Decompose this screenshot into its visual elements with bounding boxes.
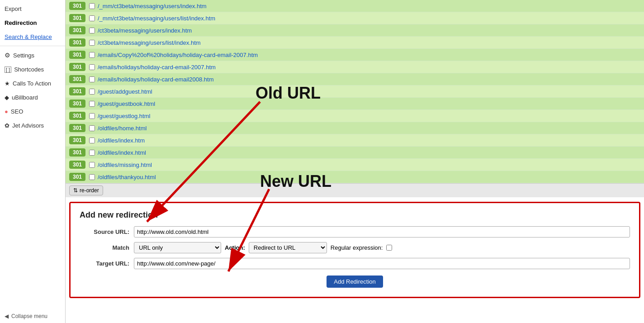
add-button-row: Add Redirection (80, 274, 630, 288)
sidebar-item-shortcodes[interactable]: [ ] Shortcodes (0, 62, 65, 76)
redirect-checkbox[interactable] (89, 113, 95, 119)
redirect-url-link[interactable]: /guest/addguest.html (98, 88, 152, 95)
sidebar-item-label: Jet Advisors (12, 122, 44, 129)
redirect-checkbox[interactable] (89, 101, 95, 107)
sidebar-item-calls-to-action[interactable]: ★ Calls To Action (0, 76, 65, 90)
seo-icon: ● (5, 108, 8, 115)
redirect-url-link[interactable]: /emails/Copy%20of%20holidays/holiday-car… (98, 52, 258, 58)
redirect-row: 301 /oldfiles/thankyou.html (66, 171, 644, 183)
sidebar-item-redirection[interactable]: Redirection (0, 16, 65, 30)
action-select[interactable]: Redirect to URLRedirect to random postRe… (249, 242, 327, 253)
redirect-row: 301 /emails/holidays/holiday-card-email-… (66, 61, 644, 73)
match-controls: URL onlyURL and login statusURL and refe… (134, 242, 392, 253)
target-url-input[interactable] (134, 258, 630, 269)
redirect-code-badge: 301 (69, 124, 85, 132)
ubillboard-icon: ◆ (5, 94, 9, 101)
redirect-code-badge: 301 (69, 87, 85, 95)
redirect-url-link[interactable]: /_mm/ct3beta/messaging/users/index.htm (98, 3, 207, 10)
redirect-url-link[interactable]: /emails/holidays/holiday-card-email-2007… (98, 64, 216, 71)
redirect-code-badge: 301 (69, 63, 85, 71)
form-title: Add new redirection (80, 210, 630, 220)
sidebar-item-label: Export (5, 5, 22, 12)
action-label: Action: (225, 244, 245, 251)
target-url-label: Target URL: (80, 260, 129, 267)
redirect-code-badge: 301 (69, 148, 85, 157)
redirect-url-link[interactable]: /oldfiles/thankyou.html (98, 174, 156, 180)
reorder-button[interactable]: ⇅ re-order (69, 185, 103, 195)
redirect-checkbox[interactable] (89, 162, 95, 168)
match-label: Match (80, 244, 129, 251)
redirect-checkbox[interactable] (89, 52, 95, 58)
redirect-checkbox[interactable] (89, 28, 95, 33)
jet-icon: ✿ (5, 122, 9, 129)
source-url-input[interactable] (134, 226, 630, 238)
redirect-url-link[interactable]: /guest/guestbook.html (98, 100, 155, 107)
redirect-code-badge: 301 (69, 51, 85, 59)
redirect-url-link[interactable]: /oldfiles/home.html (98, 125, 147, 132)
redirect-url-link[interactable]: /emails/holidays/holiday-card-email2008.… (98, 76, 214, 83)
add-redirection-button[interactable]: Add Redirection (327, 276, 383, 288)
redirect-checkbox[interactable] (89, 138, 95, 143)
redirect-row: 301 /emails/holidays/holiday-card-email2… (66, 73, 644, 86)
redirect-url-link[interactable]: /ct3beta/messaging/users/list/index.htm (98, 39, 201, 46)
bottom-toolbar: ⇅ re-order (66, 183, 644, 197)
redirect-url-link[interactable]: /ct3beta/messaging/users/index.htm (98, 27, 192, 34)
source-url-row: Source URL: (80, 226, 630, 238)
redirect-row: 301 /guest/guestbook.html (66, 98, 644, 110)
redirect-code-badge: 301 (69, 100, 85, 108)
reorder-icon: ⇅ (73, 187, 78, 194)
collapse-icon: ◀ (5, 313, 9, 319)
redirect-url-link[interactable]: /oldfiles/index.htm (98, 137, 145, 144)
sidebar-item-label: Calls To Action (13, 80, 51, 87)
sidebar-item-seo[interactable]: ● SEO (0, 104, 65, 119)
redirect-row: 301 /ct3beta/messaging/users/index.htm (66, 24, 644, 37)
target-url-row: Target URL: (80, 258, 630, 269)
redirect-checkbox[interactable] (89, 150, 95, 156)
sidebar-item-export[interactable]: Export (0, 2, 65, 16)
redirect-code-badge: 301 (69, 136, 85, 144)
redirect-code-badge: 301 (69, 112, 85, 120)
calls-icon: ★ (5, 80, 10, 87)
redirect-row: 301 /oldfiles/index.html (66, 147, 644, 159)
sidebar-collapse-menu[interactable]: ◀ Collapse menu (0, 309, 65, 323)
redirect-code-badge: 301 (69, 75, 85, 83)
redirect-checkbox[interactable] (89, 64, 95, 70)
sidebar: Export Redirection Search & Replace ⚙ Se… (0, 0, 66, 323)
redirect-list: 301 /_mm/ct3beta/messaging/users/index.h… (66, 0, 644, 183)
redirect-row: 301 /_mm/ct3beta/messaging/users/list/in… (66, 12, 644, 24)
add-redirection-form: Add new redirection Source URL: Match UR… (69, 202, 640, 298)
sidebar-item-search-replace[interactable]: Search & Replace (0, 30, 65, 44)
sidebar-item-label: Redirection (5, 19, 37, 26)
redirect-url-link[interactable]: /oldfiles/missing.html (98, 162, 152, 168)
redirect-checkbox[interactable] (89, 76, 95, 82)
redirect-url-link[interactable]: /_mm/ct3beta/messaging/users/list/index.… (98, 15, 215, 22)
source-url-label: Source URL: (80, 228, 129, 235)
redirect-row: 301 /guest/addguest.html (66, 86, 644, 98)
redirect-code-badge: 301 (69, 2, 85, 10)
redirect-checkbox[interactable] (89, 89, 95, 95)
sidebar-item-label: Search & Replace (5, 33, 52, 40)
redirect-checkbox[interactable] (89, 125, 95, 131)
sidebar-item-label: Shortcodes (14, 66, 44, 73)
redirect-code-badge: 301 (69, 173, 85, 181)
redirect-checkbox[interactable] (89, 15, 95, 21)
redirect-url-link[interactable]: /oldfiles/index.html (98, 149, 146, 156)
sidebar-item-label: SEO (11, 108, 23, 115)
redirect-code-badge: 301 (69, 14, 85, 22)
sidebar-item-settings[interactable]: ⚙ Settings (0, 48, 65, 62)
redirect-row: 301 /oldfiles/home.html (66, 122, 644, 134)
main-content: 301 /_mm/ct3beta/messaging/users/index.h… (66, 0, 644, 323)
collapse-label: Collapse menu (11, 313, 47, 319)
sidebar-item-ubillboard[interactable]: ◆ uBillboard (0, 90, 65, 104)
redirect-checkbox[interactable] (89, 174, 95, 180)
redirect-row: 301 /_mm/ct3beta/messaging/users/index.h… (66, 0, 644, 12)
shortcodes-icon: [ ] (5, 66, 11, 73)
redirect-checkbox[interactable] (89, 40, 95, 46)
reorder-label: re-order (80, 187, 99, 194)
match-select[interactable]: URL onlyURL and login statusURL and refe… (134, 242, 221, 253)
sidebar-item-jet-advisors[interactable]: ✿ Jet Advisors (0, 119, 65, 133)
redirect-url-link[interactable]: /guest/guestlog.html (98, 113, 150, 119)
redirect-checkbox[interactable] (89, 3, 95, 9)
redirect-code-badge: 301 (69, 161, 85, 169)
regex-checkbox[interactable] (386, 245, 392, 251)
